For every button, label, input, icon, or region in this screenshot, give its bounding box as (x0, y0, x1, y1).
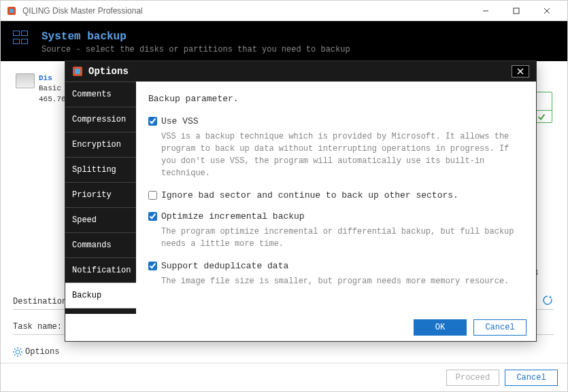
dialog-footer: OK Cancel (65, 314, 536, 341)
window-title: QILING Disk Master Professional (22, 6, 470, 16)
sidebar-item-splitting[interactable]: Splitting (65, 157, 136, 183)
destination-label: Destination: (13, 297, 71, 306)
disk-icon (16, 73, 35, 88)
cancel-button[interactable]: Cancel (505, 370, 558, 386)
ok-button[interactable]: OK (414, 319, 467, 336)
sidebar-item-compression[interactable]: Compression (65, 107, 136, 132)
options-dialog: Options Comments Compression Encryption … (65, 60, 537, 342)
header-icon (13, 31, 35, 46)
use-vss-desc: VSS is a backup technique which is provi… (161, 130, 524, 179)
page-header: System backup Source - select the disks … (1, 21, 567, 61)
dialog-title: Options (88, 66, 512, 77)
maximize-button[interactable] (501, 1, 531, 20)
svg-rect-1 (10, 9, 14, 13)
dialog-content: Backup parameter. Use VSS VSS is a backu… (136, 82, 536, 314)
ignore-bad-sector-label: Ignore bad sector and continue to back u… (161, 190, 458, 200)
sidebar-item-speed[interactable]: Speed (65, 207, 136, 233)
optimize-incremental-desc: The program optimize incremental or diff… (161, 226, 524, 250)
use-vss-label: Use VSS (161, 116, 199, 126)
task-name-label: Task name: (13, 322, 62, 332)
dialog-icon (72, 66, 83, 77)
sidebar-item-encryption[interactable]: Encryption (65, 132, 136, 158)
svg-line-12 (20, 355, 22, 356)
minimize-button[interactable] (470, 1, 501, 20)
deduplicate-label: Support deduplicate data (161, 261, 288, 271)
ignore-bad-sector-checkbox[interactable] (148, 191, 157, 200)
proceed-button[interactable]: Proceed (446, 370, 499, 386)
sidebar-item-priority[interactable]: Priority (65, 182, 136, 208)
window-controls (470, 1, 562, 20)
svg-rect-16 (75, 69, 80, 74)
sidebar-item-commands[interactable]: Commands (65, 232, 136, 258)
page-title: System backup (41, 31, 350, 43)
options-link[interactable]: Options (13, 347, 59, 357)
dialog-cancel-button[interactable]: Cancel (473, 319, 527, 336)
svg-line-13 (20, 349, 22, 350)
deduplicate-checkbox[interactable] (148, 262, 157, 270)
dialog-close-button[interactable] (512, 65, 529, 77)
svg-rect-3 (514, 8, 519, 14)
sidebar-item-notification[interactable]: Notification (65, 257, 136, 283)
svg-line-11 (14, 349, 16, 350)
bottom-bar: Proceed Cancel (1, 363, 567, 391)
close-button[interactable] (531, 1, 562, 20)
app-icon (6, 5, 17, 16)
section-title: Backup parameter. (148, 94, 524, 104)
optimize-incremental-checkbox[interactable] (148, 212, 157, 221)
refresh-icon[interactable] (541, 294, 554, 309)
deduplicate-desc: The image file size is smaller, but prog… (161, 275, 524, 287)
gear-icon (13, 347, 22, 357)
sidebar-item-comments[interactable]: Comments (65, 82, 136, 107)
page-subtitle: Source - select the disks or partitions … (41, 45, 350, 54)
use-vss-checkbox[interactable] (148, 117, 157, 126)
titlebar: QILING Disk Master Professional (1, 1, 567, 21)
optimize-incremental-label: Optimize incremental backup (161, 211, 305, 221)
svg-line-14 (14, 355, 16, 356)
options-link-label: Options (25, 347, 59, 357)
svg-point-6 (16, 350, 20, 354)
dialog-sidebar: Comments Compression Encryption Splittin… (65, 82, 136, 314)
sidebar-item-backup[interactable]: Backup (65, 283, 136, 308)
dialog-titlebar: Options (65, 61, 536, 82)
